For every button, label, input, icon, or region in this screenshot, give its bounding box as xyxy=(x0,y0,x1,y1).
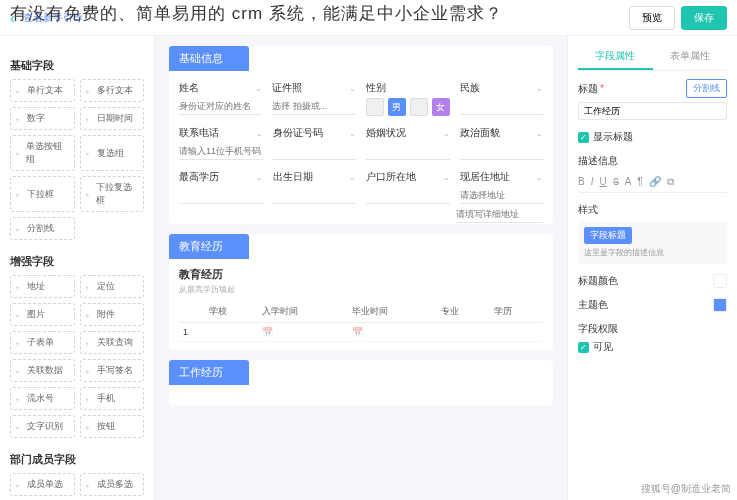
underline-icon[interactable]: U xyxy=(599,176,606,188)
field-type-icon: ▫ xyxy=(86,87,94,95)
form-section[interactable]: 基础信息姓名⌄证件照⌄性别男女民族⌄联系电话⌄身份证号码⌄婚姻状况⌄政治面貌⌄最… xyxy=(169,46,553,224)
form-field[interactable]: 性别男女 xyxy=(366,81,450,116)
table-col: 学校 xyxy=(205,301,258,323)
field-input[interactable] xyxy=(366,187,450,204)
field-item[interactable]: ▫子表单 xyxy=(10,331,75,354)
field-item[interactable]: ▫成员多选 xyxy=(80,473,145,496)
radio-female[interactable]: 女 xyxy=(432,98,450,116)
form-field[interactable]: 姓名⌄ xyxy=(179,81,262,116)
format-icon[interactable]: ¶ xyxy=(637,176,642,188)
form-field[interactable]: 最高学历⌄ xyxy=(179,170,263,204)
title-color-swatch[interactable] xyxy=(713,274,727,288)
form-field[interactable]: 证件照⌄ xyxy=(272,81,355,116)
form-field[interactable]: 户口所在地⌄ xyxy=(366,170,450,204)
field-item[interactable]: ▫关联数据 xyxy=(10,359,75,382)
table-cell[interactable] xyxy=(490,323,543,342)
italic-icon[interactable]: I xyxy=(591,176,594,188)
table-title: 教育经历 xyxy=(179,267,543,282)
field-item[interactable]: ▫下拉复选框 xyxy=(80,176,145,212)
field-item[interactable]: ▫图片 xyxy=(10,303,75,326)
form-field[interactable]: 政治面貌⌄ xyxy=(460,126,544,160)
chevron-down-icon: ⌄ xyxy=(536,129,543,138)
field-type-icon: ▫ xyxy=(16,87,24,95)
field-input[interactable] xyxy=(272,98,355,115)
rich-toolbar[interactable]: B I U S̶ A ¶ 🔗 ⧉ xyxy=(578,172,727,193)
bold-icon[interactable]: B xyxy=(578,176,585,188)
form-field[interactable]: 婚姻状况⌄ xyxy=(366,126,450,160)
field-item[interactable]: ▫数字 xyxy=(10,107,75,130)
field-item[interactable]: ▫单选按钮组 xyxy=(10,135,75,171)
visible-checkbox[interactable]: ✓可见 xyxy=(578,340,727,354)
font-icon[interactable]: A xyxy=(625,176,632,188)
field-group-title: 增强字段 xyxy=(10,248,144,269)
radio-empty[interactable] xyxy=(410,98,428,116)
perm-label: 字段权限 xyxy=(578,322,727,336)
field-item[interactable]: ▫日期时间 xyxy=(80,107,145,130)
field-input[interactable] xyxy=(179,143,263,160)
show-title-checkbox[interactable]: ✓显示标题 xyxy=(578,130,727,144)
form-section[interactable]: 工作经历 xyxy=(169,360,553,405)
field-input[interactable] xyxy=(179,187,263,204)
field-item[interactable]: ▫分割线 xyxy=(10,217,75,240)
table-cell[interactable] xyxy=(205,323,258,342)
field-item[interactable]: ▫定位 xyxy=(80,275,145,298)
field-type-icon: ▫ xyxy=(86,149,94,157)
field-type-icon: ▫ xyxy=(16,149,23,157)
field-item[interactable]: ▫按钮 xyxy=(80,415,145,438)
preview-button[interactable]: 预览 xyxy=(629,6,675,30)
field-label: 现居住地址⌄ xyxy=(460,170,544,184)
section-header: 工作经历 xyxy=(169,360,249,385)
form-field[interactable]: 出生日期⌄ xyxy=(273,170,357,204)
field-label: 联系电话⌄ xyxy=(179,126,263,140)
form-field[interactable]: 联系电话⌄ xyxy=(179,126,263,160)
divider-button[interactable]: 分割线 xyxy=(686,79,727,98)
field-label: 性别 xyxy=(366,81,450,95)
field-item[interactable]: ▫成员单选 xyxy=(10,473,75,496)
field-input[interactable] xyxy=(273,187,357,204)
field-input[interactable] xyxy=(179,98,262,115)
form-field[interactable]: 身份证号码⌄ xyxy=(273,126,357,160)
title-input[interactable] xyxy=(578,102,727,120)
field-item[interactable]: ▫多行文本 xyxy=(80,79,145,102)
tab-field-props[interactable]: 字段属性 xyxy=(578,44,653,70)
radio-empty[interactable] xyxy=(366,98,384,116)
field-item[interactable]: ▫关联查询 xyxy=(80,331,145,354)
field-label: 婚姻状况⌄ xyxy=(366,126,450,140)
save-button[interactable]: 保存 xyxy=(681,6,727,30)
field-item[interactable]: ▫地址 xyxy=(10,275,75,298)
form-section[interactable]: 教育经历教育经历从最高学历填起学校入学时间毕业时间专业学历1📅📅 xyxy=(169,234,553,350)
field-item[interactable]: ▫附件 xyxy=(80,303,145,326)
field-type-icon: ▫ xyxy=(16,115,24,123)
field-item[interactable]: ▫手写签名 xyxy=(80,359,145,382)
field-input[interactable] xyxy=(460,98,543,115)
field-item[interactable]: ▫流水号 xyxy=(10,387,75,410)
form-field[interactable]: 民族⌄ xyxy=(460,81,543,116)
style-label: 样式 xyxy=(578,203,727,217)
chevron-down-icon: ⌄ xyxy=(349,173,356,182)
field-item[interactable]: ▫单行文本 xyxy=(10,79,75,102)
table-cell[interactable]: 📅 xyxy=(258,323,347,342)
field-type-icon: ▫ xyxy=(86,367,94,375)
field-item[interactable]: ▫下拉框 xyxy=(10,176,75,212)
form-field[interactable]: 现居住地址⌄ xyxy=(460,170,544,204)
table-cell[interactable]: 📅 xyxy=(348,323,437,342)
field-item[interactable]: ▫文字识别 xyxy=(10,415,75,438)
chevron-down-icon: ⌄ xyxy=(256,173,263,182)
strike-icon[interactable]: S̶ xyxy=(613,176,619,188)
field-item[interactable]: ▫手机 xyxy=(80,387,145,410)
field-input[interactable] xyxy=(366,143,450,160)
field-input[interactable] xyxy=(460,143,544,160)
table-cell[interactable] xyxy=(437,323,490,342)
address-detail-input[interactable] xyxy=(456,206,543,223)
image-icon[interactable]: ⧉ xyxy=(667,176,674,188)
field-item[interactable]: ▫复选组 xyxy=(80,135,145,171)
theme-color-swatch[interactable] xyxy=(713,298,727,312)
table-subtitle: 从最高学历填起 xyxy=(179,284,543,295)
field-input[interactable] xyxy=(460,187,544,204)
tab-form-props[interactable]: 表单属性 xyxy=(653,44,728,70)
link-icon[interactable]: 🔗 xyxy=(649,176,661,188)
sub-table[interactable]: 学校入学时间毕业时间专业学历1📅📅 xyxy=(179,301,543,342)
field-input[interactable] xyxy=(273,143,357,160)
field-type-icon: ▫ xyxy=(16,225,24,233)
radio-male[interactable]: 男 xyxy=(388,98,406,116)
